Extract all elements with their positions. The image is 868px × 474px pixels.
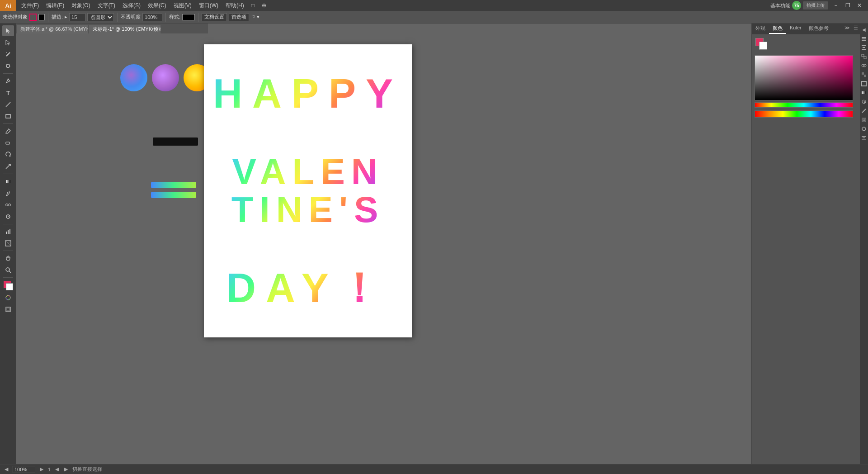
tool-symbol[interactable] [2, 211, 14, 222]
restore-button[interactable]: ❐ [842, 0, 854, 11]
tool-line[interactable] [2, 99, 14, 110]
menu-help[interactable]: 帮助(H) [222, 1, 247, 10]
fr-pathfinder-icon[interactable] [861, 62, 867, 69]
rp-tab-color-ref[interactable]: 颜色参考 [805, 24, 832, 34]
circle-purple[interactable] [152, 64, 179, 91]
status-bar: ◀ ▶ 1 ◀ ▶ 切换直接选择 [0, 464, 868, 474]
toolbar-extra-icon[interactable]: ⚐ ▾ [251, 14, 259, 20]
color-spectrum-picker[interactable] [755, 55, 853, 100]
doc-settings-button[interactable]: 文档设置 [202, 13, 227, 21]
tab-0[interactable]: 新建字体.ai* @ 66.67% (CMYK/预览) ✕ [16, 24, 89, 33]
tool-gradient[interactable] [2, 176, 14, 187]
menu-extra[interactable]: □ [248, 1, 258, 9]
right-panel: 外观 颜色 Kuler 颜色参考 ≫ ☰ [751, 24, 860, 464]
style-swatch[interactable] [182, 14, 195, 20]
tool-color-guide[interactable] [2, 292, 14, 303]
color-gradient-bar[interactable] [755, 110, 853, 118]
tool-rotate[interactable] [2, 149, 14, 160]
status-prev-page[interactable]: ◀ [4, 466, 9, 472]
tool-column-chart[interactable] [2, 226, 14, 237]
canvas-black-rect[interactable] [153, 137, 198, 146]
grad-bar-1[interactable] [151, 182, 196, 188]
rp-tab-expand[interactable]: ≫ [843, 24, 852, 34]
circle-blue[interactable] [120, 64, 147, 91]
tool-eyedropper[interactable] [2, 188, 14, 199]
svg-point-9 [9, 204, 11, 206]
fr-resize2-icon[interactable] [861, 126, 867, 132]
fr-transparency-icon[interactable] [861, 71, 867, 78]
tool-draw-mode[interactable] [2, 304, 14, 315]
tool-direct-select[interactable] [2, 37, 14, 48]
fr-expand-icon[interactable]: ◀ [861, 26, 867, 33]
text-tines: TINE'S [231, 191, 385, 229]
first-option-button[interactable]: 首选项 [229, 13, 249, 21]
fr-symbol-icon[interactable]: ★ [861, 99, 867, 105]
tool-hand[interactable] [2, 253, 14, 264]
menu-file[interactable]: 文件(F) [18, 1, 42, 10]
menu-edit[interactable]: 编辑(E) [43, 1, 67, 10]
menu-select[interactable]: 选择(S) [119, 1, 144, 10]
menu-effect[interactable]: 效果(C) [145, 1, 170, 10]
close-button[interactable]: ✕ [854, 0, 865, 11]
rp-tab-kuler[interactable]: Kuler [786, 24, 805, 34]
tool-paint[interactable] [2, 126, 14, 137]
tool-blend[interactable] [2, 199, 14, 210]
fr-align2-icon[interactable] [861, 135, 867, 141]
fr-stroke-icon[interactable] [861, 81, 867, 87]
rp-tab-menu[interactable]: ☰ [852, 24, 860, 34]
valentine-content: HAPPY VALEN TINE'S DAY！ [204, 44, 412, 337]
menu-window[interactable]: 窗口(W) [196, 1, 222, 10]
tool-sep-6 [3, 277, 13, 278]
cloud-upload-button[interactable]: 拍摄上传 [803, 1, 828, 9]
canvas-area[interactable]: HAPPY VALEN TINE'S DAY！ [16, 33, 751, 464]
tool-type[interactable]: T [2, 87, 14, 98]
menu-view[interactable]: 视图(V) [170, 1, 195, 10]
svg-rect-25 [863, 47, 865, 48]
fr-gradient-icon[interactable] [861, 90, 867, 96]
rp-tab-color[interactable]: 颜色 [769, 24, 786, 34]
status-nav-prev[interactable]: ◀ [54, 466, 60, 472]
opacity-input[interactable] [142, 13, 162, 21]
fill-stroke-swatch[interactable] [755, 37, 768, 51]
fr-align-icon[interactable] [861, 44, 867, 51]
svg-text:★: ★ [863, 100, 866, 104]
menu-type[interactable]: 文字(T) [94, 1, 118, 10]
tool-sep-3 [3, 174, 13, 174]
stroke-size-input[interactable] [69, 13, 85, 21]
fill-stroke-control[interactable] [2, 280, 14, 291]
menu-icon[interactable]: ⊕ [259, 1, 269, 9]
tab-1[interactable]: 未标题-1* @ 100% (CMYK/预览) ✕ [89, 24, 161, 33]
status-next-page[interactable]: ▶ [39, 466, 44, 472]
tool-select[interactable] [2, 25, 14, 36]
tool-sep-1 [3, 73, 13, 74]
stroke-unit-select[interactable]: 点圆形 [87, 13, 114, 21]
toolbar-sep-2 [117, 13, 118, 22]
tool-lasso[interactable] [2, 61, 14, 71]
svg-rect-40 [862, 136, 866, 137]
tool-sep-2 [3, 123, 13, 124]
status-zoom-input[interactable] [13, 466, 35, 473]
fr-brushes-icon[interactable] [861, 108, 867, 114]
minimize-button[interactable]: － [830, 0, 842, 11]
grad-bar-2[interactable] [151, 192, 196, 198]
tool-eraser[interactable] [2, 137, 14, 148]
hue-slider[interactable] [755, 102, 853, 108]
status-nav-next[interactable]: ▶ [63, 466, 69, 472]
menu-object[interactable]: 对象(O) [68, 1, 93, 10]
svg-point-8 [6, 204, 8, 206]
fr-transform-icon[interactable] [861, 53, 867, 60]
tool-pen[interactable] [2, 76, 14, 86]
tool-slice[interactable] [2, 238, 14, 249]
rp-tab-appearance[interactable]: 外观 [752, 24, 769, 34]
fr-layers-icon[interactable] [861, 35, 867, 42]
user-avatar[interactable]: 75 [792, 1, 801, 10]
tool-scale[interactable] [2, 161, 14, 172]
tool-zoom[interactable] [2, 265, 14, 275]
svg-point-2 [8, 79, 9, 80]
fill-color-swatch[interactable] [38, 14, 45, 20]
stroke-color-swatch[interactable] [29, 14, 37, 21]
toolbar-sep-1 [48, 13, 48, 22]
tool-rect[interactable] [2, 111, 14, 122]
fr-resize-icon[interactable] [861, 117, 867, 123]
tool-magic-wand[interactable] [2, 49, 14, 60]
